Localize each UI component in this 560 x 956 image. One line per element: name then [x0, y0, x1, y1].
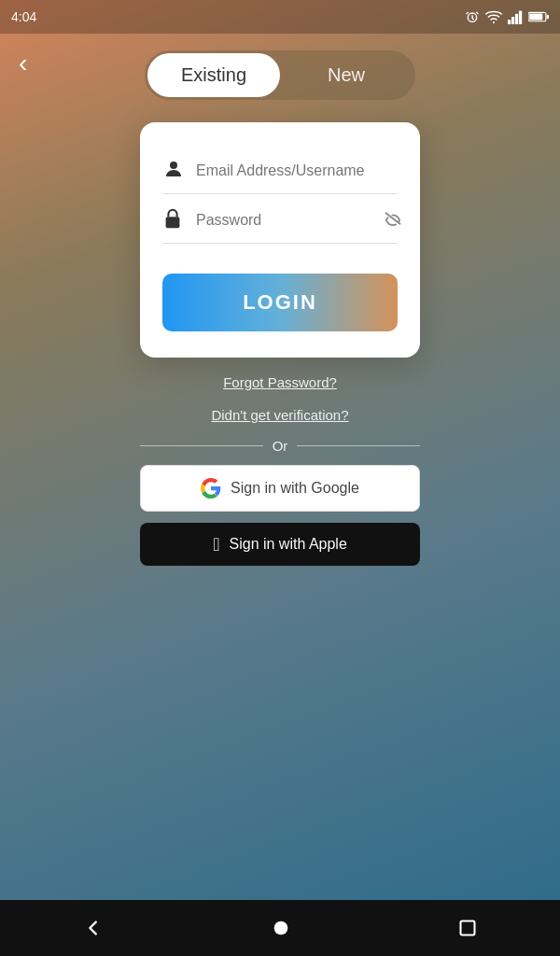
svg-rect-3	[511, 17, 514, 24]
signal-icon	[508, 9, 523, 24]
google-icon	[201, 478, 221, 499]
email-input[interactable]	[189, 162, 398, 179]
back-button[interactable]: ‹	[19, 49, 27, 78]
apple-signin-button[interactable]:  Sign in with Apple	[140, 523, 420, 566]
apple-icon: 	[213, 535, 219, 554]
nav-recents-icon	[458, 919, 477, 937]
login-card: LOGIN	[140, 122, 420, 358]
nav-recents-button[interactable]	[458, 919, 477, 937]
apple-label: Sign in with Apple	[230, 536, 347, 553]
nav-back-icon	[83, 918, 104, 938]
tab-switcher: Existing New	[145, 50, 415, 100]
nav-home-button[interactable]	[271, 918, 291, 938]
forgot-password-button[interactable]: Forgot Password?	[223, 374, 337, 390]
svg-rect-5	[519, 11, 522, 24]
svg-point-9	[170, 162, 177, 169]
tab-new[interactable]: New	[280, 53, 413, 97]
user-icon	[162, 158, 189, 184]
svg-rect-8	[547, 15, 549, 20]
google-label: Sign in with Google	[231, 480, 359, 497]
svg-point-11	[274, 921, 288, 935]
password-input-row	[162, 198, 398, 244]
password-input[interactable]	[189, 212, 383, 229]
svg-rect-12	[460, 921, 474, 935]
status-icons	[465, 9, 549, 24]
svg-rect-7	[529, 13, 542, 20]
or-divider: Or	[140, 438, 420, 454]
status-time: 4:04	[11, 9, 36, 24]
eye-hidden-icon[interactable]	[383, 210, 403, 232]
or-line-right	[297, 445, 420, 446]
alarm-icon	[465, 9, 480, 24]
or-line-left	[140, 445, 263, 446]
nav-back-button[interactable]	[83, 918, 104, 938]
or-text: Or	[273, 438, 288, 454]
tab-existing[interactable]: Existing	[147, 53, 280, 97]
google-signin-button[interactable]: Sign in with Google	[140, 465, 420, 512]
svg-rect-4	[515, 14, 518, 24]
battery-icon	[528, 10, 549, 23]
svg-point-1	[493, 21, 495, 23]
nav-bar	[0, 900, 560, 956]
nav-home-icon	[271, 918, 291, 938]
wifi-icon	[485, 9, 502, 24]
verification-button[interactable]: Didn't get verification?	[211, 407, 348, 423]
main-content: ‹ Existing New	[0, 34, 560, 566]
svg-rect-2	[508, 20, 511, 24]
lock-icon	[162, 207, 189, 233]
status-bar: 4:04	[0, 0, 560, 34]
svg-rect-10	[166, 217, 180, 228]
login-button[interactable]: LOGIN	[162, 274, 398, 331]
email-input-row	[162, 148, 398, 194]
